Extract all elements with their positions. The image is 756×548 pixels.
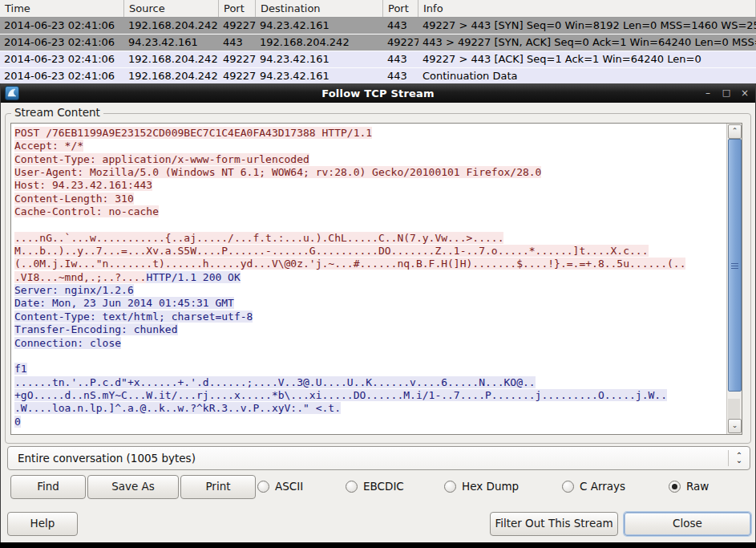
- column-header[interactable]: Source: [124, 0, 219, 17]
- packet-cell: 94.23.42.161: [124, 35, 219, 51]
- packet-cell: 192.168.204.242: [124, 51, 219, 67]
- wireshark-icon: [5, 86, 19, 100]
- stream-line: Date: Mon, 23 Jun 2014 01:45:31 GMT: [14, 297, 727, 310]
- follow-tcp-stream-dialog: Follow TCP Stream – □ × Stream Content P…: [0, 83, 756, 542]
- stream-line: Cache-Control: no-cache: [14, 205, 727, 218]
- stream-text: POST /76EB1199A9E23152CD009BEC7C1C4EA0FA…: [11, 124, 727, 434]
- scroll-up-icon[interactable]: ⌃: [728, 124, 742, 139]
- stream-line: (..0M.j.Iw..."n.......t)......h.....yd..…: [14, 258, 727, 270]
- packet-cell: 443: [383, 51, 418, 67]
- stream-line: POST /76EB1199A9E23152CD009BEC7C1C4EA0FA…: [14, 127, 727, 140]
- stream-line: Content-Type: application/x-www-form-url…: [14, 153, 727, 166]
- radio-label: Hex Dump: [462, 480, 519, 493]
- radio-circle-icon[interactable]: [669, 481, 681, 493]
- packet-cell: 192.168.204.242: [256, 35, 383, 51]
- packet-cell: 49227 > 443 [SYN] Seq=0 Win=8192 Len=0 M…: [418, 18, 756, 34]
- maximize-icon[interactable]: □: [721, 87, 732, 99]
- packet-list: TimeSourcePortDestinationPortInfo 2014-0…: [0, 0, 756, 82]
- packet-cell: 94.23.42.161: [256, 18, 383, 34]
- scrollbar-track[interactable]: [728, 399, 740, 420]
- close-button[interactable]: Close: [624, 512, 751, 536]
- radio-circle-icon[interactable]: [562, 481, 574, 493]
- dialog-titlebar[interactable]: Follow TCP Stream – □ ×: [1, 83, 755, 103]
- minimize-icon[interactable]: –: [702, 87, 714, 99]
- stream-content-label: Stream Content: [11, 106, 103, 119]
- packet-list-header[interactable]: TimeSourcePortDestinationPortInfo: [0, 0, 756, 18]
- packet-cell: 443: [219, 35, 256, 51]
- filter-out-this-stream-button[interactable]: Filter Out This Stream: [490, 512, 618, 536]
- scrollbar-thumb[interactable]: [728, 139, 742, 392]
- stream-line: Accept: */*: [14, 140, 727, 152]
- radio-circle-icon[interactable]: [444, 481, 456, 493]
- radio-label: Raw: [686, 480, 709, 493]
- packet-cell: 443: [383, 68, 418, 84]
- column-header[interactable]: Info: [418, 0, 756, 17]
- stream-line: Host: 94.23.42.161:443: [14, 179, 727, 192]
- conversation-select[interactable]: Entire conversation (1005 bytes) ⌃⌄: [7, 446, 750, 470]
- vertical-scrollbar[interactable]: ⌃ ⌄: [726, 124, 742, 434]
- packet-cell: 192.168.204.242: [124, 68, 219, 84]
- column-header[interactable]: Destination: [256, 0, 383, 17]
- help-button[interactable]: Help: [7, 512, 78, 536]
- stream-line: User-Agent: Mozilla/5.0 (Windows NT 6.1;…: [14, 166, 727, 179]
- radio-label: ASCII: [275, 480, 303, 493]
- column-header[interactable]: Port: [383, 0, 418, 17]
- stream-line: Content-Length: 310: [14, 193, 727, 205]
- packet-row[interactable]: 2014-06-23 02:41:06192.168.204.242492279…: [0, 18, 756, 35]
- packet-cell: 192.168.204.242: [124, 18, 219, 34]
- stream-line: ......tn.'..P.c.d"+x......+.'.d......;..…: [14, 376, 727, 389]
- stream-line: M...b..)..y..7...=...Xv.a.S5W....P......…: [14, 245, 727, 258]
- radio-label: C Arrays: [580, 480, 625, 493]
- packet-row[interactable]: 2014-06-23 02:41:06192.168.204.242492279…: [0, 68, 756, 85]
- stream-line: [14, 350, 727, 363]
- stream-line: Connection: close: [14, 337, 727, 350]
- packet-cell: 2014-06-23 02:41:06: [0, 18, 124, 34]
- stream-line: [14, 218, 727, 231]
- stream-line: +gO.....d..nS.mY~C...W.it/...rj....x....…: [14, 389, 727, 402]
- column-header[interactable]: Time: [0, 0, 124, 17]
- radio-label: EBCDIC: [363, 480, 404, 493]
- packet-cell: 2014-06-23 02:41:06: [0, 35, 124, 51]
- stream-line: .W....loa.n.lp.]^.a.@..k..w.?^kR.3..v.P.…: [14, 402, 727, 415]
- packet-cell: 49227: [383, 35, 418, 51]
- packet-cell: 443: [383, 18, 418, 34]
- packet-cell: 49227 > 443 [ACK] Seq=1 Ack=1 Win=64240 …: [418, 51, 756, 67]
- radio-raw[interactable]: Raw: [669, 475, 709, 497]
- packet-cell: 2014-06-23 02:41:06: [0, 68, 124, 84]
- close-icon[interactable]: ×: [739, 87, 750, 99]
- radio-ebcdic[interactable]: EBCDIC: [346, 475, 404, 497]
- packet-cell: 49227: [219, 51, 256, 67]
- packet-cell: 94.23.42.161: [256, 68, 383, 84]
- stream-content-frame: Stream Content POST /76EB1199A9E23152CD0…: [5, 113, 751, 444]
- packet-cell: 443 > 49227 [SYN, ACK] Seq=0 Ack=1 Win=6…: [418, 35, 756, 51]
- scroll-down-icon[interactable]: ⌄: [728, 419, 742, 433]
- radio-circle-icon[interactable]: [346, 481, 358, 493]
- stream-line: Transfer-Encoding: chunked: [14, 323, 727, 336]
- packet-cell: Continuation Data: [418, 68, 756, 84]
- packet-row[interactable]: 2014-06-23 02:41:06192.168.204.242492279…: [0, 51, 756, 68]
- packet-rows: 2014-06-23 02:41:06192.168.204.242492279…: [0, 18, 756, 85]
- stream-line: 0: [14, 416, 727, 428]
- combo-arrows-icon: ⌃⌄: [729, 453, 750, 463]
- stream-line: f1: [14, 363, 727, 375]
- packet-cell: 49227: [219, 18, 256, 34]
- radio-ascii[interactable]: ASCII: [257, 475, 303, 497]
- stream-content-textarea[interactable]: POST /76EB1199A9E23152CD009BEC7C1C4EA0FA…: [10, 123, 742, 435]
- stream-line: ....nG..`...w...........{..aj...../...f.…: [14, 232, 727, 245]
- column-header[interactable]: Port: [219, 0, 256, 17]
- format-radio-group: ASCIIEBCDICHex DumpC ArraysRaw: [1, 475, 756, 497]
- packet-cell: 94.23.42.161: [256, 51, 383, 67]
- stream-line: Server: nginx/1.2.6: [14, 284, 727, 297]
- thumb-grip-icon: [731, 263, 738, 269]
- radio-circle-icon[interactable]: [257, 481, 269, 493]
- stream-line: Content-Type: text/html; charset=utf-8: [14, 311, 727, 323]
- conversation-select-value: Entire conversation (1005 bytes): [8, 452, 728, 465]
- dialog-title: Follow TCP Stream: [1, 87, 755, 99]
- packet-row[interactable]: 2014-06-23 02:41:0694.23.42.161443192.16…: [0, 35, 756, 51]
- radio-hex-dump[interactable]: Hex Dump: [444, 475, 519, 497]
- packet-cell: 49227: [219, 68, 256, 84]
- radio-c-arrays[interactable]: C Arrays: [562, 475, 625, 497]
- packet-cell: 2014-06-23 02:41:06: [0, 51, 124, 67]
- stream-line: .VI8...~mnd,.;..?....HTTP/1.1 200 OK: [14, 271, 727, 284]
